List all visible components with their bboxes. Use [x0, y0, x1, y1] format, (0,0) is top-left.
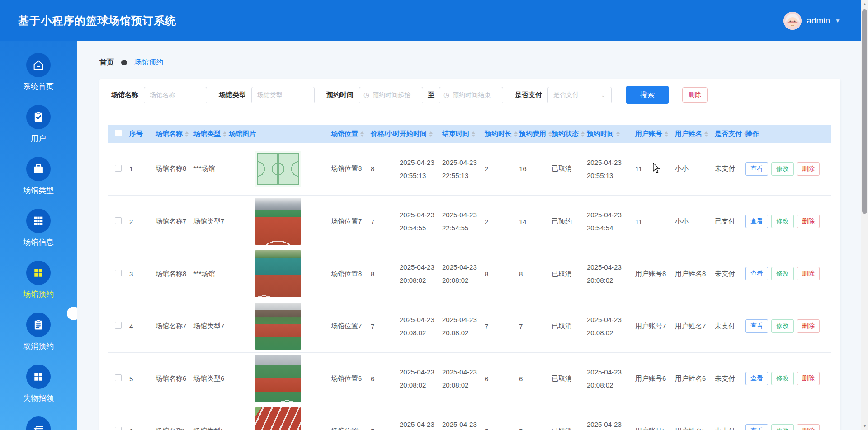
col-paid[interactable]: 是否支付	[713, 125, 744, 143]
row-checkbox[interactable]	[115, 270, 122, 276]
sidebar-item-label: 场馆类型	[23, 185, 54, 196]
scrollbar-thumb[interactable]	[862, 9, 867, 214]
paid-select[interactable]: 是否支付 ⌄	[547, 87, 612, 103]
outdoor-court-photo[interactable]	[255, 198, 301, 245]
cell-fee: 14	[517, 195, 550, 248]
app-header: 基于小程序的篮球场馆预订系统 admin ▼	[0, 0, 861, 41]
active-item-pointer	[67, 307, 77, 320]
sort-icon	[472, 131, 475, 137]
col-price-per-hour[interactable]: 价格/小时	[369, 125, 398, 143]
scroll-up-icon[interactable]: ▲	[861, 2, 868, 6]
row-checkbox[interactable]	[115, 374, 122, 381]
view-button[interactable]: 查看	[745, 319, 768, 333]
col-status[interactable]: 预约状态	[550, 125, 585, 143]
col-booking-time[interactable]: 预约时间	[585, 125, 633, 143]
col-fee[interactable]: 预约费用	[517, 125, 550, 143]
cell-user-name: 小小	[673, 195, 713, 248]
time-end-input[interactable]: ◷	[439, 87, 503, 103]
sidebar-item-more[interactable]	[0, 416, 77, 430]
filter-paid: 是否支付 是否支付 ⌄	[515, 87, 612, 103]
sidebar-item-users[interactable]: 用户	[0, 105, 77, 144]
sidebar-item-cancel-booking[interactable]: 取消预约	[0, 313, 77, 351]
grid-3x3-icon	[26, 209, 51, 233]
edit-button[interactable]: 修改	[771, 424, 794, 430]
cell-index: 1	[127, 143, 154, 195]
row-actions: 查看 修改 删除	[745, 267, 830, 280]
breadcrumb-home[interactable]: 首页	[99, 58, 114, 67]
row-checkbox[interactable]	[115, 427, 122, 430]
cell-venue-location: 场馆位置6	[329, 352, 369, 405]
col-user-account[interactable]: 用户账号	[633, 125, 673, 143]
cell-duration: 7	[483, 300, 517, 352]
row-checkbox[interactable]	[115, 217, 122, 224]
sort-icon	[223, 131, 226, 137]
sidebar-item-system-home[interactable]: 系统首页	[0, 53, 77, 92]
col-start-time[interactable]: 开始时间	[398, 125, 440, 143]
outdoor-court-photo[interactable]	[255, 303, 301, 350]
page-scrollbar[interactable]: ▲ ▼	[861, 0, 868, 430]
delete-button[interactable]: 删除	[797, 424, 820, 430]
to-label: 至	[428, 91, 434, 99]
view-button[interactable]: 查看	[745, 372, 768, 385]
col-venue-location[interactable]: 场馆位置	[329, 125, 369, 143]
outdoor-court-photo[interactable]	[255, 355, 301, 402]
paid-select-placeholder: 是否支付	[553, 91, 579, 99]
edit-button[interactable]: 修改	[771, 215, 794, 228]
delete-button[interactable]: 删除	[797, 162, 820, 176]
chevron-down-icon: ▼	[835, 18, 840, 24]
cell-booking-time: 2025-04-23 20:08:02	[585, 352, 633, 405]
select-all-checkbox[interactable]	[115, 130, 122, 136]
edit-button[interactable]: 修改	[771, 162, 794, 176]
sidebar-item-venue-info[interactable]: 场馆信息	[0, 209, 77, 248]
grid-2x2-icon	[26, 261, 51, 285]
row-checkbox[interactable]	[115, 165, 122, 172]
user-menu[interactable]: admin ▼	[783, 12, 840, 30]
edit-button[interactable]: 修改	[771, 319, 794, 333]
sort-icon	[616, 131, 620, 137]
edit-button[interactable]: 修改	[771, 372, 794, 385]
time-end-field[interactable]	[453, 91, 499, 98]
delete-button[interactable]: 删除	[797, 372, 820, 385]
sidebar-item-venue-type[interactable]: 场馆类型	[0, 157, 77, 196]
view-button[interactable]: 查看	[745, 162, 768, 176]
time-start-input[interactable]: ◷	[359, 87, 423, 103]
cell-user-account: 用户账号6	[633, 352, 673, 405]
col-end-time[interactable]: 结束时间	[440, 125, 483, 143]
table-header-row: 序号 场馆名称 场馆类型 场馆图片 场馆位置 价格/小时 开始时间 结束时间 预…	[108, 125, 831, 143]
cell-user-account: 用户账号7	[633, 300, 673, 352]
delete-button[interactable]: 删除	[797, 215, 820, 228]
row-checkbox[interactable]	[115, 322, 122, 329]
running-track-photo[interactable]	[255, 407, 301, 430]
cell-venue-location: 场馆位置8	[329, 143, 369, 195]
filter-bar: 场馆名称 场馆类型 预约时间 ◷ 至 ◷ 是否支付	[108, 86, 831, 104]
view-button[interactable]: 查看	[745, 424, 768, 430]
col-venue-image: 场馆图片	[227, 125, 329, 143]
batch-delete-button[interactable]: 删除	[682, 87, 708, 103]
search-button[interactable]: 搜索	[626, 86, 669, 104]
col-venue-name[interactable]: 场馆名称	[154, 125, 192, 143]
venue-name-input[interactable]	[144, 87, 207, 103]
sort-icon	[665, 131, 668, 137]
scroll-down-icon[interactable]: ▼	[861, 424, 868, 428]
venue-type-input[interactable]	[251, 87, 315, 103]
time-start-field[interactable]	[373, 91, 419, 98]
col-user-name[interactable]: 用户姓名	[673, 125, 713, 143]
outdoor-court-photo[interactable]	[255, 250, 301, 297]
basketball-court-diagram[interactable]	[255, 151, 301, 187]
col-duration[interactable]: 预约时长	[483, 125, 517, 143]
cell-user-account: 用户账号5	[633, 405, 673, 430]
delete-button[interactable]: 删除	[797, 267, 820, 280]
edit-button[interactable]: 修改	[771, 267, 794, 280]
view-button[interactable]: 查看	[745, 215, 768, 228]
cell-venue-name: 场馆名称7	[154, 300, 192, 352]
col-venue-type[interactable]: 场馆类型	[192, 125, 227, 143]
sidebar-item-venue-booking[interactable]: 场馆预约	[0, 261, 77, 299]
breadcrumb-current[interactable]: 场馆预约	[134, 58, 163, 67]
delete-button[interactable]: 删除	[797, 319, 820, 333]
select-all-checkbox-cell[interactable]	[108, 125, 127, 143]
view-button[interactable]: 查看	[745, 267, 768, 280]
breadcrumb: 首页 场馆预约	[99, 58, 861, 67]
sidebar-item-lost-found[interactable]: 失物招领	[0, 365, 77, 403]
row-actions: 查看 修改 删除	[745, 319, 830, 333]
col-actions: 操作	[744, 125, 831, 143]
